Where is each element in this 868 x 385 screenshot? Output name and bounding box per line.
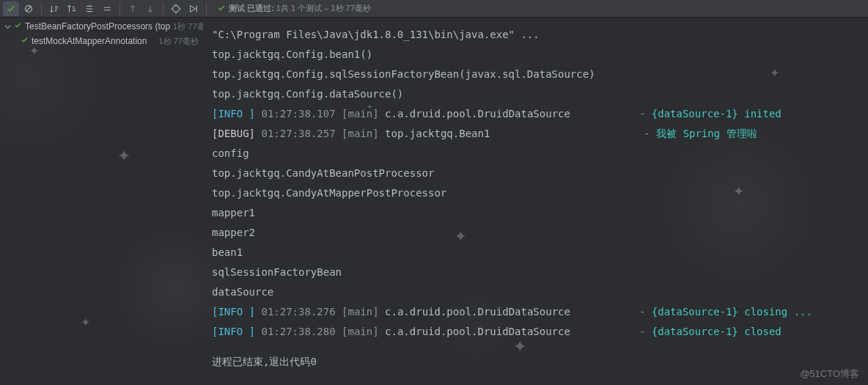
test-pass-icon: [21, 36, 29, 46]
log-debug-line: [DEBUG] 01:27:38.257 [main] top.jacktgq.…: [212, 124, 862, 144]
log-info-line: [INFO ] 01:27:38.107 [main] c.a.druid.po…: [212, 104, 862, 124]
tree-root-label: TestBeanFactoryPostProcessors (top: [25, 21, 170, 32]
status-prefix: 测试 已通过:: [229, 4, 274, 12]
test-status-bar: 测试 已通过: 1共 1 个测试 – 1秒 77毫秒: [217, 3, 371, 14]
expand-all-button[interactable]: [81, 1, 98, 16]
sort-down-button[interactable]: [46, 1, 62, 16]
console-line: mapper2: [212, 223, 862, 243]
console-line: dataSource: [212, 282, 862, 302]
prev-failed-button[interactable]: [125, 1, 141, 16]
show-passed-button[interactable]: [3, 1, 19, 16]
console-line: config: [212, 144, 862, 164]
chevron-down-icon[interactable]: [4, 23, 11, 30]
tree-child-row[interactable]: testMockAtMapperAnnotation 1秒 77毫秒: [0, 34, 203, 48]
console-line: mapper1: [212, 203, 862, 223]
tree-root-time: 1秒 77毫秒: [173, 21, 203, 32]
console-cmd: "C:\Program Files\Java\jdk1.8.0_131\bin\…: [212, 25, 862, 45]
status-counts: 1共 1 个测试: [276, 4, 322, 12]
sort-up-button[interactable]: [64, 1, 80, 16]
log-info-line: [INFO ] 01:27:38.276 [main] c.a.druid.po…: [212, 302, 862, 322]
log-info-line: [INFO ] 01:27:38.280 [main] c.a.druid.po…: [212, 322, 862, 342]
test-pass-icon: [14, 21, 22, 32]
console-line: sqlSessionFactoryBean: [212, 263, 862, 282]
status-check-icon: [217, 4, 226, 14]
console-output[interactable]: "C:\Program Files\Java\jdk1.8.0_131\bin\…: [203, 18, 868, 385]
import-tests-button[interactable]: [168, 1, 184, 16]
tree-child-time: 1秒 77毫秒: [159, 36, 203, 47]
watermark: @51CTO博客: [800, 367, 859, 381]
console-line: top.jacktgq.Config.sqlSessionFactoryBean…: [212, 65, 862, 84]
collapse-all-button[interactable]: [99, 1, 115, 16]
console-line: top.jacktgq.CandyAtBeanPostProcessor: [212, 164, 862, 183]
svg-point-2: [173, 5, 180, 12]
tree-root-row[interactable]: TestBeanFactoryPostProcessors (top 1秒 77…: [0, 19, 203, 34]
svg-line-1: [26, 6, 32, 11]
console-line: bean1: [212, 243, 862, 263]
tree-child-label: testMockAtMapperAnnotation: [32, 36, 147, 46]
next-failed-button[interactable]: [142, 1, 158, 16]
exit-line: 进程已结束,退出代码0: [212, 352, 862, 372]
show-ignored-button[interactable]: [21, 1, 37, 16]
test-toolbar: 测试 已通过: 1共 1 个测试 – 1秒 77毫秒: [0, 0, 868, 18]
console-line: top.jacktgq.CandyAtMapperPostProcessor: [212, 183, 862, 203]
status-duration: – 1秒 77毫秒: [324, 4, 371, 12]
export-tests-button[interactable]: [185, 1, 202, 16]
console-line: top.jacktgq.Config.bean1(): [212, 45, 862, 65]
test-tree[interactable]: TestBeanFactoryPostProcessors (top 1秒 77…: [0, 18, 203, 385]
console-line: top.jacktgq.Config.dataSource(): [212, 84, 862, 104]
